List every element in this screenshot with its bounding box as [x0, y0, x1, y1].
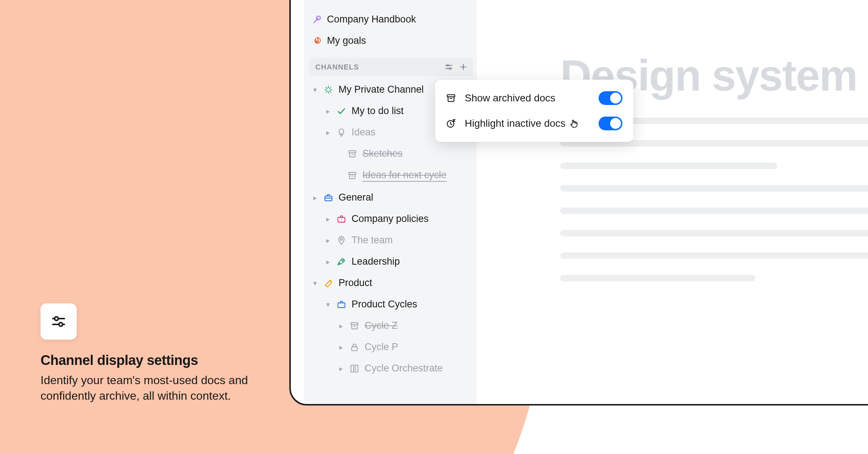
chevron-down-icon[interactable]: ▾ [325, 300, 331, 309]
pointer-cursor-icon [569, 119, 579, 128]
toolbox-icon [323, 193, 333, 203]
doc-label: Cycle P [365, 341, 398, 353]
doc-team[interactable]: ▸ The team [304, 230, 477, 251]
doc-leadership[interactable]: ▸ Leadership [304, 251, 477, 272]
chevron-right-icon[interactable]: ▸ [338, 321, 344, 330]
sliders-icon[interactable] [444, 62, 454, 72]
toggle-inactive[interactable] [599, 117, 622, 130]
channel-label: Product [339, 277, 372, 289]
marketing-block: Channel display settings Identify your t… [41, 303, 279, 404]
channel-label: General [339, 192, 373, 203]
chevron-right-icon[interactable]: ▸ [325, 128, 331, 137]
briefcase-icon [336, 299, 346, 310]
svg-rect-17 [338, 217, 345, 222]
svg-point-20 [342, 260, 343, 261]
microphone-icon [312, 14, 322, 25]
pinned-label: My goals [327, 35, 366, 46]
doc-label: Cycle Z [365, 320, 398, 331]
pin-icon [336, 235, 346, 245]
plus-icon[interactable] [459, 62, 468, 72]
wrench-icon [323, 278, 333, 288]
doc-ideas-next[interactable]: Ideas for next cycle [304, 164, 477, 187]
fire-icon [312, 36, 322, 46]
doc-sketches[interactable]: Sketches [304, 143, 477, 164]
svg-point-3 [59, 323, 63, 326]
chevron-right-icon[interactable]: ▸ [338, 343, 344, 352]
archive-icon [349, 321, 359, 331]
svg-point-1 [55, 317, 58, 320]
svg-point-9 [449, 68, 451, 69]
doc-cycle-orchestrate[interactable]: ▸ Cycle Orchestrate [304, 358, 477, 379]
doc-product-cycles[interactable]: ▾ Product Cycles [304, 294, 477, 315]
book-icon [349, 363, 359, 374]
svg-rect-22 [338, 303, 345, 307]
skeleton-placeholder [560, 118, 868, 281]
toggle-row-inactive: Highlight inactive docs [439, 111, 629, 136]
toggle-label: Highlight inactive docs [465, 118, 591, 129]
channels-section-header: CHANNELS [309, 58, 473, 76]
doc-label: The team [352, 235, 393, 246]
chevron-right-icon[interactable]: ▸ [312, 193, 318, 202]
marketing-title: Channel display settings [41, 353, 279, 368]
pinned-label: Company Handbook [327, 14, 416, 25]
doc-label: Ideas for next cycle [362, 169, 447, 182]
chevron-right-icon[interactable]: ▸ [325, 257, 331, 266]
display-settings-popover: Show archived docs Highlight inactive do… [435, 80, 633, 142]
pinned-item-goals[interactable]: My goals [304, 30, 477, 51]
doc-label: Ideas [352, 127, 375, 138]
app-window: Company Handbook My goals CHANNELS ▾ [289, 0, 868, 405]
check-icon [336, 106, 346, 116]
clock-snooze-icon [446, 118, 457, 129]
svg-point-21 [330, 281, 331, 281]
svg-point-19 [340, 238, 342, 240]
chevron-down-icon[interactable]: ▾ [312, 85, 318, 94]
svg-rect-26 [447, 95, 455, 97]
chevron-right-icon[interactable]: ▸ [338, 364, 344, 373]
archive-icon [446, 93, 457, 104]
briefcase-icon [336, 214, 346, 224]
section-label: CHANNELS [315, 63, 359, 71]
pinned-item-handbook[interactable]: Company Handbook [304, 9, 477, 30]
chevron-right-icon[interactable]: ▸ [325, 236, 331, 245]
svg-rect-16 [325, 196, 332, 201]
svg-rect-23 [351, 323, 358, 324]
marketing-body: Identify your team's most-used docs and … [41, 373, 279, 404]
chevron-down-icon[interactable]: ▾ [312, 279, 318, 287]
lock-icon [349, 342, 359, 352]
sparkle-icon [323, 85, 333, 95]
toggle-label: Show archived docs [465, 92, 591, 104]
doc-label: My to do list [352, 105, 404, 117]
sidebar: Company Handbook My goals CHANNELS ▾ [304, 0, 477, 404]
archive-icon [347, 171, 357, 181]
doc-policies[interactable]: ▸ Company policies [304, 208, 477, 230]
doc-cycle-p[interactable]: ▸ Cycle P [304, 336, 477, 358]
channel-product[interactable]: ▾ Product [304, 272, 477, 294]
channel-label: My Private Channel [339, 84, 424, 95]
svg-point-7 [447, 65, 448, 66]
sliders-icon [41, 303, 77, 340]
doc-cycle-z[interactable]: ▸ Cycle Z [304, 315, 477, 336]
channel-general[interactable]: ▸ General [304, 187, 477, 208]
doc-label: Leadership [352, 256, 400, 267]
svg-rect-14 [349, 172, 356, 174]
bulb-icon [336, 127, 346, 138]
doc-label: Sketches [362, 148, 403, 159]
toggle-archived[interactable] [599, 91, 622, 105]
svg-rect-25 [352, 346, 357, 350]
doc-label: Product Cycles [352, 299, 417, 310]
rocket-icon [336, 257, 346, 267]
toggle-row-archived: Show archived docs [439, 85, 629, 111]
archive-icon [347, 149, 357, 159]
chevron-right-icon[interactable]: ▸ [325, 107, 331, 115]
chevron-right-icon[interactable]: ▸ [325, 215, 331, 223]
doc-label: Company policies [352, 213, 429, 224]
svg-rect-12 [349, 151, 356, 152]
doc-label: Cycle Orchestrate [365, 363, 443, 374]
